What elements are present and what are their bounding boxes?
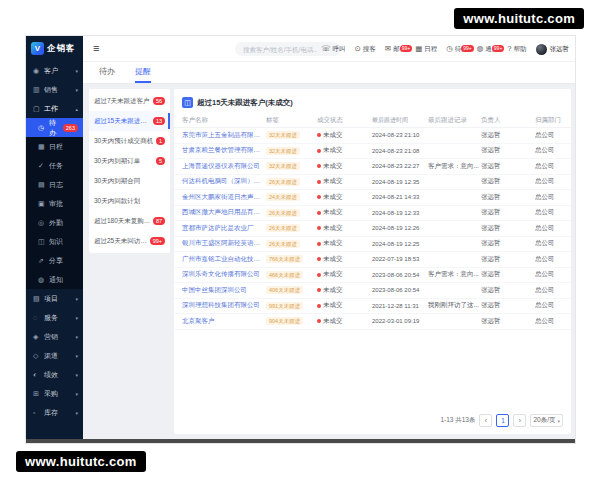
reminder-category-item[interactable]: 超过180天未复购客户 87	[89, 211, 170, 231]
customer-name-link[interactable]: 银川市王盛区阿新轻英语学校	[182, 239, 262, 248]
sidebar-subitem-fieldwork[interactable]: ◎ 外勤	[26, 213, 83, 232]
followup-tag: 26天未跟进	[266, 178, 300, 186]
header-action-notice[interactable]: ◍ 通知 99+	[477, 45, 499, 54]
customer-name-link[interactable]: 金州区大鹏家街道日杰声出...	[182, 193, 262, 202]
customer-name-link[interactable]: 深圳乐奇文化传播有限公司	[182, 270, 262, 279]
customer-name-link[interactable]: 东莞市策上五金制品有限公司	[182, 131, 262, 140]
deal-status: 未成交	[317, 146, 372, 155]
cart-icon: ⊞	[33, 390, 41, 398]
sidebar-subitem-schedule[interactable]: ▦ 日程	[26, 137, 83, 156]
sidebar-item-performance[interactable]: ◐ 绩效 ▾	[26, 365, 83, 384]
tab-todo[interactable]: 待办	[99, 66, 115, 81]
header-action-prospect[interactable]: ⊙ 搜客	[355, 45, 376, 54]
department: 总公司	[535, 193, 563, 202]
sidebar-item-service[interactable]: ◌ 服务 ▾	[26, 308, 83, 327]
customer-name-link[interactable]: 西城区撤大声地日用品百货...	[182, 208, 262, 217]
phone-icon: ☏	[321, 45, 330, 53]
sidebar-subitem-tasks[interactable]: ✓ 任务	[26, 156, 83, 175]
reminder-category-panel: 超过7天未跟进客户 56 超过15天未跟进客户 13 30天内预计成交商机 1 …	[89, 89, 170, 253]
deal-status: 未成交	[317, 131, 372, 140]
reminder-category-item[interactable]: 30天内回款计划	[89, 191, 170, 211]
last-followup-time: 2024-08-19 12:25	[372, 241, 428, 247]
column-header: 客户名称	[182, 116, 266, 125]
last-followup-time: 2023-08-06 20:54	[372, 272, 428, 278]
department: 总公司	[535, 224, 563, 233]
customer-name-link[interactable]: 何达科机电脑司（深圳）有...	[182, 177, 262, 186]
prev-page-button[interactable]: ‹	[479, 414, 492, 427]
chevron-icon: ▾	[75, 296, 78, 302]
chevron-icon: ▾	[75, 410, 78, 416]
owner: 张远哲	[481, 208, 535, 217]
header-actions: ☏ 呼叫 ⊙ 搜客 ✉ 邮件 99+ ▦ 日程 ◷ 待办 99+ ◍ 通知 99…	[321, 36, 569, 62]
reminder-category-item[interactable]: 超过25天未回访客户 99+	[89, 231, 170, 251]
avatar	[536, 44, 547, 55]
last-followup-time: 2021-12-28 11:31	[372, 303, 428, 309]
share-icon: ⇗	[38, 257, 46, 265]
followup-tag: 904天未跟进	[266, 317, 303, 325]
sidebar-item-customers[interactable]: ◉ 客户 ▾	[26, 61, 83, 80]
sidebar-menu-bottom: ▧ 项目 ▾ ◌ 服务 ▾ ◈ 营销 ▾ ◇ 渠道 ▾ ◐ 绩效 ▾ ⊞ 采购 …	[26, 289, 83, 422]
logo-icon: V	[31, 42, 44, 55]
sidebar-subitem-journal[interactable]: ▤ 日志	[26, 175, 83, 194]
owner: 张远哲	[481, 255, 535, 264]
reminder-category-item[interactable]: 30天内到期订单 5	[89, 151, 170, 171]
page-number-button[interactable]: 1	[496, 414, 509, 427]
sidebar-item-marketing[interactable]: ◈ 营销 ▾	[26, 327, 83, 346]
tab-reminder[interactable]: 提醒	[135, 66, 151, 83]
sidebar-submenu-work: ◷ 待办 263 ▦ 日程 ✓ 任务 ▤ 日志 ▣ 审批 ◎ 外勤 ◫ 知识	[26, 118, 83, 289]
chevron-icon: ▾	[75, 353, 78, 359]
search-customer-icon: ⊙	[355, 45, 361, 53]
sidebar-subitem-notice[interactable]: ◍ 通知	[26, 270, 83, 289]
collapse-sidebar-icon[interactable]: ≡	[93, 43, 99, 54]
header-action-todo[interactable]: ◷ 待办 99+	[446, 45, 468, 54]
owner: 张远哲	[481, 146, 535, 155]
status-dot-icon	[317, 242, 321, 246]
sidebar-item-channels[interactable]: ◇ 渠道 ▾	[26, 346, 83, 365]
header-action-schedule[interactable]: ▦ 日程	[415, 45, 437, 54]
followup-tag: 24天未跟进	[266, 193, 300, 201]
deal-status: 未成交	[317, 286, 372, 295]
header-action-mail[interactable]: ✉ 邮件 99+	[385, 45, 406, 54]
reminder-category-item[interactable]: 30天内预计成交商机 1	[89, 131, 170, 151]
page-size-select[interactable]: 20条/页 ▾	[530, 414, 563, 427]
reminder-category-item[interactable]: 超过7天未跟进客户 56	[89, 91, 170, 111]
sidebar-subitem-approval[interactable]: ▣ 审批	[26, 194, 83, 213]
customer-name-link[interactable]: 深圳理想科技集团有限公司	[182, 301, 262, 310]
header-action-help[interactable]: ? 帮助	[507, 45, 526, 54]
customer-name-link[interactable]: 宜都市萨达萨比是农业厂	[182, 224, 262, 233]
customer-name-link[interactable]: 北京聚客户	[182, 317, 262, 326]
department: 总公司	[535, 317, 563, 326]
department: 总公司	[535, 131, 563, 140]
reminder-category-item[interactable]: 超过15天未跟进客户 13	[89, 111, 170, 131]
sidebar-subitem-knowledge[interactable]: ◫ 知识	[26, 232, 83, 251]
status-dot-icon	[317, 133, 321, 137]
sidebar-subitem-share[interactable]: ⇗ 分享	[26, 251, 83, 270]
count-badge: 1	[156, 137, 165, 145]
sidebar-item-inventory[interactable]: ▫ 库存 ▾	[26, 403, 83, 422]
customer-name-link[interactable]: 上海普递仪器仪表有限公司	[182, 162, 262, 171]
deal-status: 未成交	[317, 255, 372, 264]
clock-icon: ◷	[446, 45, 453, 53]
performance-icon: ◐	[33, 371, 41, 378]
table-row: 上海普递仪器仪表有限公司 32天未跟进 未成交 2024-08-23 22:27…	[174, 159, 571, 175]
customer-name-link[interactable]: 甘肃京粮兰餐饮管理有限公司	[182, 146, 262, 155]
next-page-button[interactable]: ›	[513, 414, 526, 427]
followup-tag: 32天未跟进	[266, 131, 300, 139]
reminder-category-item[interactable]: 30天内到期合同	[89, 171, 170, 191]
sidebar-item-purchase[interactable]: ⊞ 采购 ▾	[26, 384, 83, 403]
sidebar-item-projects[interactable]: ▧ 项目 ▾	[26, 289, 83, 308]
sidebar-subitem-todo[interactable]: ◷ 待办 263	[26, 118, 83, 137]
top-header: ≡ ☏ 呼叫 ⊙ 搜客 ✉ 邮件 99+ ▦ 日程 ◷ 待办 99+ ◍ 通知 …	[83, 36, 575, 62]
header-action-call[interactable]: ☏ 呼叫	[321, 45, 345, 54]
last-followup-time: 2022-07-19 18:53	[372, 256, 428, 262]
owner: 张远哲	[481, 286, 535, 295]
status-dot-icon	[317, 195, 321, 199]
user-menu[interactable]: 张远哲	[536, 44, 570, 55]
sidebar-item-sales[interactable]: ▥ 销售 ▾	[26, 80, 83, 99]
customer-name-link[interactable]: 广州市嘉铭工业自动化技术...	[182, 255, 262, 264]
column-header: 最后跟进记录	[428, 116, 481, 125]
sidebar-item-work[interactable]: ▢ 工作 ▴	[26, 99, 83, 118]
customer-name-link[interactable]: 中国中丝集团深圳公司	[182, 286, 262, 295]
app-logo: V 企销客	[26, 36, 83, 61]
table-header: 客户名称标签成交状态最后跟进时间最后跟进记录负责人归属部门	[174, 114, 571, 128]
